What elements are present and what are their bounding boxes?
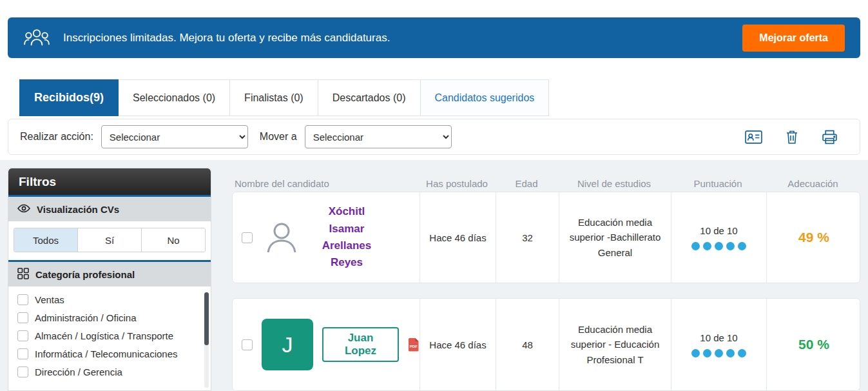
candidates-table-header: Nombre del candidato Has postulado Edad …	[232, 178, 860, 189]
print-icon[interactable]	[822, 130, 838, 145]
match-cell: 50 %	[766, 299, 861, 390]
score-dots	[691, 349, 746, 357]
age-cell: 48	[496, 299, 559, 390]
column-header-name: Nombre del candidato	[232, 178, 419, 189]
score-dot	[738, 349, 746, 357]
category-checkbox-list: Ventas Administración / Oficina Almacén …	[8, 286, 211, 385]
category-item-administracion[interactable]: Administración / Oficina	[17, 312, 202, 323]
category-checkbox-ventas[interactable]	[17, 294, 28, 305]
candidate-initial-avatar: J	[262, 319, 313, 370]
category-checkbox-informatica[interactable]	[17, 348, 28, 359]
professional-category-section[interactable]: Categoría profesional	[8, 262, 211, 286]
match-percentage: 50 %	[798, 337, 829, 352]
category-checkbox-administracion[interactable]	[17, 312, 28, 323]
cv-visualization-label: Visualización CVs	[37, 204, 119, 215]
score-cell: 10 de 10	[671, 192, 766, 283]
category-label-almacen: Almacén / Logística / Transporte	[35, 330, 173, 341]
candidate-row: Xóchitl Isamar Arellanes Reyes Hace 46 d…	[232, 192, 860, 283]
pdf-icon[interactable]: PDF	[408, 337, 420, 352]
column-header-age: Edad	[495, 178, 558, 189]
improve-offer-button[interactable]: Mejorar oferta	[742, 25, 845, 52]
candidates-page: Inscripciones limitadas. Mejora tu ofert…	[0, 0, 868, 391]
move-label: Mover a	[260, 131, 297, 143]
score-text: 10 de 10	[700, 225, 737, 236]
svg-text:PDF: PDF	[410, 345, 418, 348]
applied-cell: Hace 46 días	[420, 299, 496, 390]
people-group-icon	[23, 26, 50, 50]
category-item-almacen[interactable]: Almacén / Logística / Transporte	[17, 330, 202, 341]
score-dot	[715, 242, 723, 250]
professional-category-label: Categoría profesional	[35, 269, 135, 280]
age-cell: 32	[496, 192, 559, 283]
score-dot	[703, 242, 711, 250]
column-header-match: Adecuación	[766, 178, 860, 189]
tab-recibidos[interactable]: Recibidos(9)	[19, 79, 119, 116]
score-cell: 10 de 10	[671, 299, 766, 390]
category-label-direccion: Dirección / Gerencia	[35, 366, 122, 377]
score-dot	[726, 242, 735, 250]
education-cell: Educación media superior -Bachillerato G…	[559, 192, 671, 283]
cv-visualization-toggle: Todos Sí No	[8, 221, 211, 262]
tab-descartados[interactable]: Descartados (0)	[318, 79, 421, 116]
category-item-ventas[interactable]: Ventas	[17, 294, 202, 305]
score-dot	[703, 349, 711, 357]
score-dot	[691, 349, 700, 357]
category-checkbox-almacen[interactable]	[17, 330, 28, 341]
filters-title: Filtros	[8, 168, 211, 197]
toggle-si[interactable]: Sí	[77, 228, 141, 252]
column-header-applied: Has postulado	[419, 178, 495, 189]
contact-card-icon[interactable]	[745, 130, 762, 145]
grid-icon	[17, 268, 29, 281]
toggle-no[interactable]: No	[141, 228, 205, 252]
score-dot	[691, 242, 700, 250]
action-label: Realizar acción:	[20, 131, 93, 143]
filters-sidebar: Filtros Visualización CVs Todos Sí No	[8, 168, 211, 391]
delete-icon[interactable]	[786, 130, 798, 145]
candidate-name-link[interactable]: Juan Lopez	[322, 327, 399, 363]
candidate-row-checkbox[interactable]	[242, 339, 253, 350]
sidebar-scrollbar-thumb[interactable]	[204, 292, 209, 345]
move-select[interactable]: Seleccionar	[305, 125, 452, 148]
eye-icon	[17, 204, 30, 215]
category-item-direccion[interactable]: Dirección / Gerencia	[17, 366, 202, 377]
column-header-education: Nivel de estudios	[558, 178, 670, 189]
score-text: 10 de 10	[700, 332, 737, 343]
score-dot	[726, 349, 735, 357]
cv-visualization-segmented-control: Todos Sí No	[14, 228, 206, 252]
score-dots	[691, 242, 746, 250]
action-bar: Realizar acción: Seleccionar Mover a Sel…	[8, 119, 860, 155]
action-select[interactable]: Seleccionar	[101, 125, 248, 148]
candidate-name-link[interactable]: Xóchitl Isamar Arellanes Reyes	[311, 203, 383, 271]
toggle-todos[interactable]: Todos	[14, 228, 77, 252]
tab-seleccionados[interactable]: Seleccionados (0)	[119, 79, 230, 116]
score-dot	[738, 242, 746, 250]
match-percentage: 49 %	[798, 230, 829, 245]
category-label-informatica: Informática / Telecomunicaciones	[35, 348, 178, 359]
tab-candidatos-sugeridos[interactable]: Candidatos sugeridos	[421, 79, 550, 116]
promo-banner-text: Inscripciones limitadas. Mejora tu ofert…	[63, 32, 390, 45]
candidate-row: J Juan Lopez PDF Hace 46 días 48 Educaci…	[232, 298, 860, 391]
education-cell: Educación media superior - Educación Pro…	[559, 299, 671, 390]
candidate-name-cell: Xóchitl Isamar Arellanes Reyes	[233, 192, 420, 283]
category-item-informatica[interactable]: Informática / Telecomunicaciones	[17, 348, 202, 359]
candidate-row-checkbox[interactable]	[242, 232, 253, 243]
category-checkbox-direccion[interactable]	[17, 366, 28, 377]
match-cell: 49 %	[766, 192, 861, 283]
person-avatar-icon	[262, 217, 302, 257]
cv-visualization-section[interactable]: Visualización CVs	[8, 197, 211, 221]
score-dot	[715, 349, 723, 357]
candidate-tabs: Recibidos(9) Seleccionados (0) Finalista…	[19, 79, 549, 116]
sidebar-scrollbar-track[interactable]	[204, 292, 209, 388]
applied-cell: Hace 46 días	[420, 192, 496, 283]
tab-finalistas[interactable]: Finalistas (0)	[230, 79, 318, 116]
action-bar-icons	[745, 130, 848, 145]
column-header-score: Puntuación	[670, 178, 766, 189]
candidate-name-cell: J Juan Lopez PDF	[233, 299, 420, 390]
promo-banner: Inscripciones limitadas. Mejora tu ofert…	[8, 17, 860, 58]
category-label-ventas: Ventas	[35, 294, 64, 305]
category-label-administracion: Administración / Oficina	[35, 312, 137, 323]
